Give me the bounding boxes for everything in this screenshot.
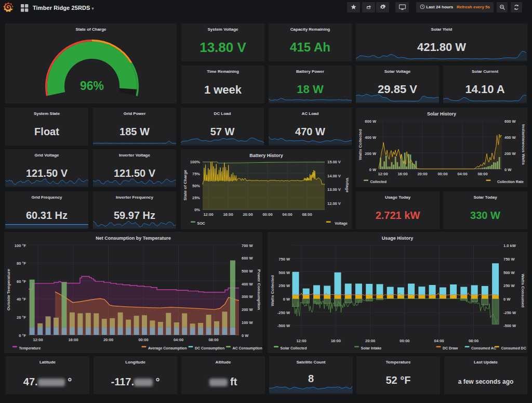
svg-text:-250 W: -250 W	[503, 310, 516, 315]
svg-text:500 W: 500 W	[278, 270, 290, 275]
svg-text:08:00: 08:00	[469, 339, 478, 343]
svg-text:Watts Consumed: Watts Consumed	[521, 274, 525, 307]
svg-text:0%: 0%	[194, 207, 200, 212]
svg-text:00:00: 00:00	[262, 212, 272, 217]
svg-text:04:00: 04:00	[174, 337, 183, 342]
svg-text:600 W: 600 W	[504, 119, 516, 124]
svg-text:50%: 50%	[192, 184, 200, 188]
svg-text:16:00: 16:00	[223, 212, 233, 217]
svg-text:12:00: 12:00	[296, 339, 306, 343]
svg-text:00:00: 00:00	[138, 337, 148, 342]
svg-text:04:00: 04:00	[457, 172, 467, 176]
svg-text:0 W: 0 W	[242, 333, 249, 338]
svg-text:Solar Intake: Solar Intake	[361, 346, 382, 350]
svg-text:Collected: Collected	[370, 180, 387, 184]
svg-text:DC Consumption: DC Consumption	[195, 346, 224, 350]
svg-text:20:00: 20:00	[103, 337, 113, 342]
svg-text:Watts Collected: Watts Collected	[358, 129, 363, 160]
svg-text:-500 W: -500 W	[277, 323, 290, 328]
svg-text:75%: 75%	[192, 172, 200, 176]
svg-text:-250 W: -250 W	[277, 310, 290, 315]
svg-text:12:00: 12:00	[378, 172, 388, 176]
svg-text:Outside Temperature: Outside Temperature	[6, 269, 11, 310]
svg-text:20 °F: 20 °F	[17, 315, 26, 320]
svg-text:0 W: 0 W	[503, 297, 511, 302]
svg-text:500 W: 500 W	[242, 269, 254, 274]
svg-text:250 W: 250 W	[278, 283, 290, 288]
svg-text:Collection Rate: Collection Rate	[497, 180, 524, 184]
svg-text:Average Consumption: Average Consumption	[148, 346, 187, 350]
svg-text:20:00: 20:00	[243, 212, 252, 217]
svg-text:12:00: 12:00	[203, 212, 213, 217]
svg-text:0 W: 0 W	[369, 167, 377, 172]
svg-text:AC Consumption: AC Consumption	[233, 346, 262, 350]
svg-text:00:00: 00:00	[400, 339, 409, 343]
svg-text:1.0 kW: 1.0 kW	[503, 243, 516, 248]
svg-text:08:00: 08:00	[477, 172, 487, 176]
svg-text:08:00: 08:00	[302, 212, 312, 217]
svg-text:0 °F: 0 °F	[19, 333, 26, 338]
svg-text:250 W: 250 W	[503, 283, 515, 288]
svg-text:100 W: 100 W	[242, 320, 254, 325]
svg-text:0 W: 0 W	[283, 297, 290, 302]
svg-text:Voltage: Voltage	[335, 222, 348, 226]
svg-text:Voltage: Voltage	[345, 178, 350, 193]
svg-text:08:00: 08:00	[208, 337, 218, 342]
svg-text:Consumed AC: Consumed AC	[471, 346, 496, 350]
svg-text:100%: 100%	[190, 160, 201, 164]
svg-text:04:00: 04:00	[282, 212, 292, 217]
svg-text:25%: 25%	[192, 196, 200, 200]
svg-text:12:00: 12:00	[33, 337, 43, 342]
svg-text:40 °F: 40 °F	[17, 297, 26, 302]
svg-text:-500 W: -500 W	[503, 323, 516, 328]
svg-text:500 W: 500 W	[503, 270, 515, 275]
svg-text:0 W: 0 W	[504, 167, 512, 172]
svg-text:400 W: 400 W	[242, 282, 254, 287]
svg-text:DC Draw: DC Draw	[443, 346, 458, 350]
svg-text:14.00 V: 14.00 V	[327, 174, 341, 178]
svg-text:Solar Collected: Solar Collected	[281, 346, 307, 350]
svg-text:16:00: 16:00	[68, 337, 78, 342]
svg-text:20:00: 20:00	[365, 339, 375, 343]
svg-text:00:00: 00:00	[437, 172, 447, 176]
svg-text:80 °F: 80 °F	[17, 261, 26, 266]
svg-text:400 W: 400 W	[504, 135, 516, 140]
svg-text:600 W: 600 W	[365, 119, 377, 124]
svg-text:Instantaneous Watts: Instantaneous Watts	[521, 124, 526, 165]
svg-text:60 °F: 60 °F	[17, 279, 26, 284]
svg-text:600 W: 600 W	[242, 256, 254, 261]
svg-text:State of Charge: State of Charge	[183, 170, 188, 201]
svg-text:100 °F: 100 °F	[15, 243, 26, 248]
svg-text:Power Consumption: Power Consumption	[257, 269, 261, 310]
svg-text:700 W: 700 W	[242, 243, 254, 248]
svg-text:16:00: 16:00	[331, 339, 341, 343]
svg-text:13.00 V: 13.00 V	[327, 187, 341, 192]
svg-text:750 W: 750 W	[278, 257, 290, 262]
svg-text:750 W: 750 W	[503, 257, 515, 262]
svg-text:200 W: 200 W	[504, 151, 516, 156]
svg-text:SOC: SOC	[197, 222, 205, 225]
svg-text:15.00 V: 15.00 V	[327, 160, 341, 164]
svg-text:96%: 96%	[80, 79, 104, 93]
svg-text:16:00: 16:00	[397, 172, 407, 176]
svg-text:04:00: 04:00	[434, 339, 444, 343]
svg-text:400 W: 400 W	[365, 135, 377, 140]
svg-text:20:00: 20:00	[417, 172, 427, 176]
svg-text:12.00 V: 12.00 V	[327, 201, 341, 206]
svg-text:Consumed DC: Consumed DC	[501, 346, 526, 350]
svg-text:200 W: 200 W	[242, 307, 254, 312]
svg-text:Watts Collected: Watts Collected	[270, 275, 275, 306]
svg-text:300 W: 300 W	[242, 294, 254, 299]
svg-text:200 W: 200 W	[365, 151, 377, 156]
svg-text:Temperature: Temperature	[19, 346, 41, 350]
